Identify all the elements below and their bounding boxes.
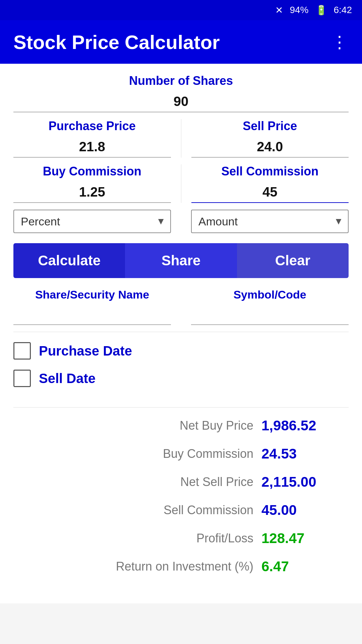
- dropdown-row: Percent Amount ▼ Percent Amount ▼: [13, 210, 349, 233]
- net-sell-price-label: Net Sell Price: [180, 475, 253, 489]
- purchase-date-checkbox[interactable]: [13, 342, 31, 360]
- net-buy-price-label: Net Buy Price: [180, 419, 253, 433]
- clear-button[interactable]: Clear: [237, 243, 349, 278]
- result-sell-commission-label: Sell Commission: [164, 503, 253, 517]
- symbol-code-input[interactable]: [191, 305, 349, 325]
- sell-commission-type-wrapper: Percent Amount ▼: [181, 210, 349, 233]
- shares-label: Number of Shares: [13, 74, 349, 88]
- share-name-section: Share/Security Name: [13, 288, 181, 325]
- divider-2: [13, 407, 349, 408]
- name-code-row: Share/Security Name Symbol/Code: [13, 288, 349, 325]
- sell-price-input[interactable]: [191, 137, 349, 158]
- action-buttons-row: Calculate Share Clear: [13, 243, 349, 278]
- sell-date-row: Sell Date: [13, 370, 349, 387]
- sell-date-label[interactable]: Sell Date: [39, 371, 96, 386]
- purchase-price-input[interactable]: [13, 137, 171, 158]
- purchase-date-row: Purchase Date: [13, 342, 349, 360]
- commission-row: Buy Commission Sell Commission: [13, 164, 349, 203]
- symbol-code-section: Symbol/Code: [181, 288, 349, 325]
- purchase-date-label[interactable]: Purchase Date: [39, 343, 132, 359]
- share-button[interactable]: Share: [125, 243, 237, 278]
- net-buy-price-row: Net Buy Price 1,986.52: [13, 418, 349, 434]
- battery-icon: 🔋: [315, 5, 327, 16]
- shares-section: Number of Shares: [13, 74, 349, 112]
- sell-commission-input[interactable]: [191, 182, 349, 203]
- roi-label: Return on Investment (%): [116, 559, 253, 574]
- sell-commission-label: Sell Commission: [191, 164, 349, 178]
- calculate-button[interactable]: Calculate: [13, 243, 125, 278]
- symbol-code-label: Symbol/Code: [191, 288, 349, 301]
- app-header: Stock Price Calculator ⋮: [0, 20, 362, 64]
- menu-button[interactable]: ⋮: [331, 32, 349, 52]
- result-buy-commission-row: Buy Commission 24.53: [13, 446, 349, 462]
- buy-commission-type-wrapper: Percent Amount ▼: [13, 210, 181, 233]
- buy-commission-type-select[interactable]: Percent Amount: [13, 210, 171, 233]
- roi-value: 6.47: [261, 558, 342, 575]
- share-name-label: Share/Security Name: [13, 288, 171, 301]
- main-content: Number of Shares Purchase Price Sell Pri…: [0, 64, 362, 603]
- buy-commission-label: Buy Commission: [13, 164, 171, 178]
- date-checkboxes: Purchase Date Sell Date: [13, 335, 349, 404]
- net-buy-price-value: 1,986.52: [261, 418, 342, 434]
- app-title: Stock Price Calculator: [13, 31, 220, 53]
- result-sell-commission-row: Sell Commission 45.00: [13, 502, 349, 518]
- result-buy-commission-value: 24.53: [261, 446, 342, 462]
- signal-icon: ✕: [275, 5, 283, 16]
- net-sell-price-value: 2,115.00: [261, 474, 342, 490]
- clock: 6:42: [334, 5, 352, 15]
- net-sell-price-row: Net Sell Price 2,115.00: [13, 474, 349, 490]
- shares-input[interactable]: [13, 91, 349, 112]
- purchase-price-label: Purchase Price: [13, 119, 171, 133]
- sell-commission-type-select[interactable]: Percent Amount: [191, 210, 349, 233]
- sell-price-label: Sell Price: [191, 119, 349, 133]
- sell-price-section: Sell Price: [181, 119, 349, 158]
- roi-row: Return on Investment (%) 6.47: [13, 558, 349, 575]
- sell-commission-section: Sell Commission: [181, 164, 349, 203]
- result-sell-commission-value: 45.00: [261, 502, 342, 518]
- price-row: Purchase Price Sell Price: [13, 119, 349, 158]
- profit-loss-value: 128.47: [261, 530, 342, 546]
- status-bar: ✕ 94% 🔋 6:42: [0, 0, 362, 20]
- sell-date-checkbox[interactable]: [13, 370, 31, 387]
- divider-1: [13, 332, 349, 332]
- result-buy-commission-label: Buy Commission: [163, 447, 253, 461]
- battery-level: 94%: [290, 5, 308, 15]
- profit-loss-label: Profit/Loss: [196, 531, 253, 545]
- purchase-price-section: Purchase Price: [13, 119, 181, 158]
- buy-commission-section: Buy Commission: [13, 164, 181, 203]
- profit-loss-row: Profit/Loss 128.47: [13, 530, 349, 546]
- results-section: Net Buy Price 1,986.52 Buy Commission 24…: [13, 411, 349, 593]
- buy-commission-input[interactable]: [13, 182, 171, 203]
- share-name-input[interactable]: [13, 305, 171, 325]
